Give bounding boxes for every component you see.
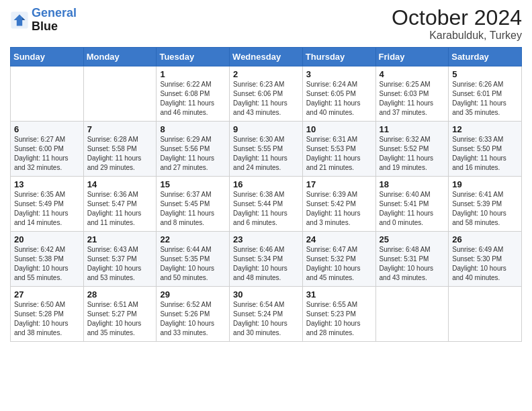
day-number: 31 bbox=[306, 289, 372, 300]
day-cell: 13Sunrise: 6:35 AM Sunset: 5:49 PM Dayli… bbox=[11, 177, 84, 232]
day-info: Sunrise: 6:54 AM Sunset: 5:24 PM Dayligh… bbox=[233, 300, 299, 338]
day-cell: 17Sunrise: 6:39 AM Sunset: 5:42 PM Dayli… bbox=[302, 177, 375, 232]
day-info: Sunrise: 6:22 AM Sunset: 6:08 PM Dayligh… bbox=[160, 80, 226, 118]
day-info: Sunrise: 6:38 AM Sunset: 5:44 PM Dayligh… bbox=[233, 190, 299, 228]
day-number: 27 bbox=[14, 289, 80, 300]
day-info: Sunrise: 6:48 AM Sunset: 5:31 PM Dayligh… bbox=[380, 245, 445, 283]
day-number: 29 bbox=[160, 289, 226, 300]
day-number: 17 bbox=[306, 179, 372, 189]
day-cell bbox=[375, 287, 449, 342]
logo: General Blue bbox=[10, 7, 77, 34]
day-number: 21 bbox=[87, 234, 153, 244]
day-info: Sunrise: 6:44 AM Sunset: 5:35 PM Dayligh… bbox=[160, 245, 226, 283]
day-info: Sunrise: 6:41 AM Sunset: 5:39 PM Dayligh… bbox=[452, 190, 518, 228]
day-number: 23 bbox=[233, 234, 299, 244]
week-row-1: 1Sunrise: 6:22 AM Sunset: 6:08 PM Daylig… bbox=[11, 66, 522, 122]
day-number: 5 bbox=[452, 69, 518, 79]
day-number: 11 bbox=[380, 124, 445, 134]
day-cell: 24Sunrise: 6:47 AM Sunset: 5:32 PM Dayli… bbox=[302, 232, 375, 287]
day-info: Sunrise: 6:28 AM Sunset: 5:58 PM Dayligh… bbox=[87, 135, 153, 173]
week-row-5: 27Sunrise: 6:50 AM Sunset: 5:28 PM Dayli… bbox=[11, 287, 522, 342]
day-number: 12 bbox=[452, 124, 518, 134]
day-info: Sunrise: 6:32 AM Sunset: 5:52 PM Dayligh… bbox=[380, 135, 445, 173]
day-cell: 6Sunrise: 6:27 AM Sunset: 6:00 PM Daylig… bbox=[11, 122, 84, 177]
day-number: 28 bbox=[87, 289, 153, 300]
week-row-4: 20Sunrise: 6:42 AM Sunset: 5:38 PM Dayli… bbox=[11, 232, 522, 287]
day-cell: 16Sunrise: 6:38 AM Sunset: 5:44 PM Dayli… bbox=[230, 177, 303, 232]
day-info: Sunrise: 6:51 AM Sunset: 5:27 PM Dayligh… bbox=[87, 300, 153, 338]
day-cell: 23Sunrise: 6:46 AM Sunset: 5:34 PM Dayli… bbox=[230, 232, 303, 287]
day-number: 16 bbox=[233, 179, 299, 189]
calendar-page: General Blue October 2024 Karabulduk, Tu… bbox=[0, 0, 532, 411]
day-number: 22 bbox=[160, 234, 226, 244]
day-info: Sunrise: 6:25 AM Sunset: 6:03 PM Dayligh… bbox=[380, 80, 445, 118]
logo-text: General Blue bbox=[32, 7, 77, 34]
weekday-header-wednesday: Wednesday bbox=[230, 48, 303, 66]
day-number: 26 bbox=[452, 234, 518, 244]
day-cell: 20Sunrise: 6:42 AM Sunset: 5:38 PM Dayli… bbox=[11, 232, 84, 287]
title-block: October 2024 Karabulduk, Turkey bbox=[392, 7, 522, 42]
day-info: Sunrise: 6:26 AM Sunset: 6:01 PM Dayligh… bbox=[452, 80, 518, 118]
day-number: 13 bbox=[14, 179, 80, 189]
day-cell: 26Sunrise: 6:49 AM Sunset: 5:30 PM Dayli… bbox=[449, 232, 522, 287]
day-number: 15 bbox=[160, 179, 226, 189]
day-cell: 3Sunrise: 6:24 AM Sunset: 6:05 PM Daylig… bbox=[302, 66, 375, 122]
day-cell: 22Sunrise: 6:44 AM Sunset: 5:35 PM Dayli… bbox=[157, 232, 230, 287]
day-info: Sunrise: 6:47 AM Sunset: 5:32 PM Dayligh… bbox=[306, 245, 372, 283]
day-cell: 8Sunrise: 6:29 AM Sunset: 5:56 PM Daylig… bbox=[157, 122, 230, 177]
day-info: Sunrise: 6:36 AM Sunset: 5:47 PM Dayligh… bbox=[87, 190, 153, 228]
day-info: Sunrise: 6:49 AM Sunset: 5:30 PM Dayligh… bbox=[452, 245, 518, 283]
weekday-header-monday: Monday bbox=[83, 48, 157, 66]
day-number: 1 bbox=[160, 69, 226, 79]
week-row-3: 13Sunrise: 6:35 AM Sunset: 5:49 PM Dayli… bbox=[11, 177, 522, 232]
day-cell: 19Sunrise: 6:41 AM Sunset: 5:39 PM Dayli… bbox=[449, 177, 522, 232]
day-info: Sunrise: 6:39 AM Sunset: 5:42 PM Dayligh… bbox=[306, 190, 372, 228]
day-number: 4 bbox=[380, 69, 445, 79]
day-cell: 15Sunrise: 6:37 AM Sunset: 5:45 PM Dayli… bbox=[157, 177, 230, 232]
day-info: Sunrise: 6:42 AM Sunset: 5:38 PM Dayligh… bbox=[14, 245, 80, 283]
day-info: Sunrise: 6:37 AM Sunset: 5:45 PM Dayligh… bbox=[160, 190, 226, 228]
day-cell bbox=[11, 66, 84, 122]
day-cell: 30Sunrise: 6:54 AM Sunset: 5:24 PM Dayli… bbox=[230, 287, 303, 342]
weekday-header-sunday: Sunday bbox=[11, 48, 84, 66]
day-cell bbox=[83, 66, 157, 122]
day-cell: 14Sunrise: 6:36 AM Sunset: 5:47 PM Dayli… bbox=[83, 177, 157, 232]
day-info: Sunrise: 6:52 AM Sunset: 5:26 PM Dayligh… bbox=[160, 300, 226, 338]
day-cell: 9Sunrise: 6:30 AM Sunset: 5:55 PM Daylig… bbox=[230, 122, 303, 177]
day-cell: 11Sunrise: 6:32 AM Sunset: 5:52 PM Dayli… bbox=[375, 122, 449, 177]
day-info: Sunrise: 6:46 AM Sunset: 5:34 PM Dayligh… bbox=[233, 245, 299, 283]
day-cell: 28Sunrise: 6:51 AM Sunset: 5:27 PM Dayli… bbox=[83, 287, 157, 342]
day-cell: 31Sunrise: 6:55 AM Sunset: 5:23 PM Dayli… bbox=[302, 287, 375, 342]
day-cell: 4Sunrise: 6:25 AM Sunset: 6:03 PM Daylig… bbox=[375, 66, 449, 122]
day-info: Sunrise: 6:23 AM Sunset: 6:06 PM Dayligh… bbox=[233, 80, 299, 118]
day-cell: 7Sunrise: 6:28 AM Sunset: 5:58 PM Daylig… bbox=[83, 122, 157, 177]
day-cell: 12Sunrise: 6:33 AM Sunset: 5:50 PM Dayli… bbox=[449, 122, 522, 177]
day-info: Sunrise: 6:35 AM Sunset: 5:49 PM Dayligh… bbox=[14, 190, 80, 228]
day-number: 18 bbox=[380, 179, 445, 189]
day-cell: 27Sunrise: 6:50 AM Sunset: 5:28 PM Dayli… bbox=[11, 287, 84, 342]
day-number: 20 bbox=[14, 234, 80, 244]
day-info: Sunrise: 6:55 AM Sunset: 5:23 PM Dayligh… bbox=[306, 300, 372, 338]
day-number: 6 bbox=[14, 124, 80, 134]
day-number: 14 bbox=[87, 179, 153, 189]
day-cell: 29Sunrise: 6:52 AM Sunset: 5:26 PM Dayli… bbox=[157, 287, 230, 342]
day-number: 2 bbox=[233, 69, 299, 79]
weekday-header-thursday: Thursday bbox=[302, 48, 375, 66]
day-number: 7 bbox=[87, 124, 153, 134]
day-number: 8 bbox=[160, 124, 226, 134]
day-info: Sunrise: 6:24 AM Sunset: 6:05 PM Dayligh… bbox=[306, 80, 372, 118]
day-info: Sunrise: 6:30 AM Sunset: 5:55 PM Dayligh… bbox=[233, 135, 299, 173]
day-cell: 2Sunrise: 6:23 AM Sunset: 6:06 PM Daylig… bbox=[230, 66, 303, 122]
weekday-header-friday: Friday bbox=[375, 48, 449, 66]
month-title: October 2024 bbox=[392, 7, 522, 28]
weekday-header-tuesday: Tuesday bbox=[157, 48, 230, 66]
weekday-header-row: SundayMondayTuesdayWednesdayThursdayFrid… bbox=[11, 48, 522, 66]
day-number: 30 bbox=[233, 289, 299, 300]
day-number: 24 bbox=[306, 234, 372, 244]
day-cell: 10Sunrise: 6:31 AM Sunset: 5:53 PM Dayli… bbox=[302, 122, 375, 177]
day-cell bbox=[449, 287, 522, 342]
logo-icon bbox=[10, 11, 29, 30]
day-info: Sunrise: 6:43 AM Sunset: 5:37 PM Dayligh… bbox=[87, 245, 153, 283]
page-header: General Blue October 2024 Karabulduk, Tu… bbox=[10, 7, 522, 42]
day-info: Sunrise: 6:40 AM Sunset: 5:41 PM Dayligh… bbox=[380, 190, 445, 228]
